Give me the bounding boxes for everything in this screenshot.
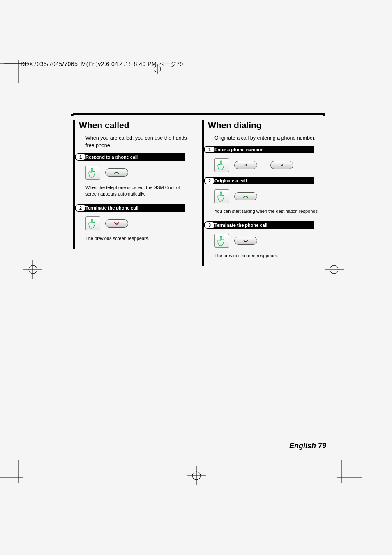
step-title: Respond to a phone call bbox=[85, 154, 138, 159]
footer-page: 79 bbox=[318, 442, 326, 450]
section-lead: When you are called, you can use the han… bbox=[79, 134, 193, 149]
end-call-button-icon bbox=[105, 219, 128, 228]
icon-row bbox=[208, 234, 322, 248]
crop-mark-mr bbox=[325, 260, 344, 279]
step-number: 1 bbox=[76, 154, 85, 160]
crop-mark-ml bbox=[23, 260, 42, 279]
section-title: When called bbox=[79, 120, 193, 130]
icon-row bbox=[79, 216, 193, 230]
step-terminate: 3 Terminate the phone call bbox=[204, 221, 314, 229]
step-number: 1 bbox=[205, 147, 214, 152]
prepress-header: DDX7035/7045/7065_M(En)v2.6 04.4.18 8:49… bbox=[21, 61, 183, 68]
registration-mark-bottom bbox=[187, 466, 206, 485]
touch-icon bbox=[85, 166, 100, 180]
column-when-called: When called When you are called, you can… bbox=[73, 120, 193, 249]
step-enter-number: 1 Enter a phone number bbox=[204, 146, 314, 153]
footer-lang: English bbox=[289, 442, 316, 450]
touch-icon bbox=[85, 216, 100, 230]
icon-row bbox=[79, 166, 193, 180]
touch-icon bbox=[214, 158, 229, 172]
icon-row: 0 – 9 bbox=[208, 158, 322, 172]
step-title: Enter a phone number bbox=[214, 147, 263, 152]
page-footer: English 79 bbox=[289, 442, 326, 450]
corner-dot bbox=[71, 114, 74, 116]
column-when-dialing: When dialing Originate a call by enterin… bbox=[202, 120, 322, 266]
key-0-icon: 0 bbox=[234, 161, 257, 169]
step-body: When the telephone is called, the GSM Co… bbox=[79, 184, 193, 198]
step-title: Terminate the phone call bbox=[85, 205, 138, 210]
step-originate: 2 Originate a call bbox=[204, 177, 314, 184]
step-number: 2 bbox=[76, 205, 85, 211]
key-label: 0 bbox=[244, 163, 247, 167]
step-title: Originate a call bbox=[214, 178, 247, 183]
key-9-icon: 9 bbox=[270, 161, 293, 169]
step-number: 3 bbox=[205, 222, 214, 228]
crop-mark-br bbox=[333, 458, 362, 483]
step-terminate: 2 Terminate the phone call bbox=[75, 204, 185, 212]
page-content: When called When you are called, you can… bbox=[73, 113, 325, 448]
step-title: Terminate the phone call bbox=[214, 223, 267, 228]
step-respond: 1 Respond to a phone call bbox=[75, 153, 185, 161]
touch-icon bbox=[214, 189, 229, 203]
step-body: The previous screen reappears. bbox=[79, 235, 193, 242]
end-call-button-icon bbox=[234, 237, 257, 245]
icon-row bbox=[208, 189, 322, 203]
key-label: 9 bbox=[281, 163, 283, 167]
step-body: The previous screen reappears. bbox=[208, 253, 322, 259]
answer-button-icon bbox=[234, 192, 257, 200]
crop-mark-bl bbox=[0, 458, 28, 483]
corner-dot bbox=[323, 114, 325, 116]
section-lead: Originate a call by entering a phone num… bbox=[208, 134, 322, 142]
header-underline bbox=[146, 68, 210, 68]
step-body: You can start talking when the destinati… bbox=[208, 208, 322, 215]
touch-icon bbox=[214, 234, 229, 248]
step-number: 2 bbox=[205, 178, 214, 184]
range-dash: – bbox=[262, 162, 265, 168]
answer-button-icon bbox=[105, 168, 128, 177]
section-title: When dialing bbox=[208, 120, 322, 130]
